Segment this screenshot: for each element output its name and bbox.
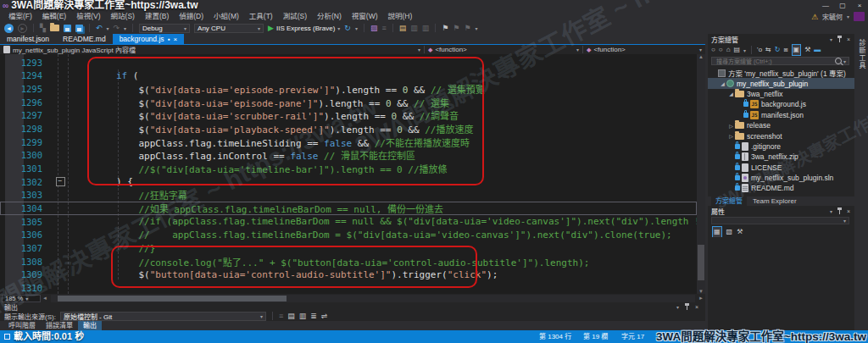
word-wrap-icon[interactable]: ⇌ [321,310,328,322]
menu-item-11[interactable]: 視窗(W) [347,11,383,22]
tree-item-background.js[interactable]: background.js [708,99,854,109]
undo-dropdown-icon[interactable]: ▾ [106,25,108,31]
code-line-1300[interactable]: 1300 appClass.flag.inControl == false //… [0,149,697,163]
pin-icon[interactable] [837,36,843,42]
code-line-1297[interactable]: 1297 $("div[data-uia='scrubber-rail']").… [0,109,697,123]
chevron-down-icon[interactable]: ▾ [699,47,702,53]
chevron-down-icon[interactable]: ▾ [743,47,746,53]
code-line-1309[interactable]: 1309 $("button[data-uia='control-audio-s… [0,268,697,282]
find-in-files-icon[interactable]: ▤ [399,22,407,34]
tree-item-README.md[interactable]: README.md [708,183,854,193]
goto-next-message-icon[interactable]: ▥ [299,310,307,322]
collapsed-arrow-icon[interactable]: ▷ [727,133,735,139]
pin-icon[interactable] [837,207,843,214]
code-line-1301[interactable]: 1301 //$("div[data-uia='timeline-bar']")… [0,162,697,175]
collapsed-arrow-icon[interactable]: ▷ [727,123,735,129]
refresh-icon[interactable]: ↻ [775,45,781,55]
scrollbar-thumb[interactable] [698,245,704,280]
collapse-all-icon[interactable]: ⧈ [784,45,788,55]
menu-item-12[interactable]: 說明(H) [383,11,418,22]
code-line-1298[interactable]: 1298 $("div[data-uia='playback-speed']")… [0,122,697,136]
solution-explorer-header[interactable]: 方案總管 ▾ × [708,34,854,44]
tree-item-3wa_netflix.zip[interactable]: 3wa_netflix.zip [708,152,854,162]
goto-previous-message-icon[interactable]: ▤ [287,310,295,322]
new-project-icon[interactable]: ▚ [40,22,46,34]
scroll-left-icon[interactable]: ◄ [41,296,49,301]
tree-item-方案 'my_netflix_sub_plugin' (1 專案)[interactable]: 方案 'my_netflix_sub_plugin' (1 專案) [708,68,854,78]
navbar-type-scope[interactable]: ◆ <function> ▾ [425,46,582,53]
window-position-icon[interactable]: ▾ [676,304,679,310]
chevron-down-icon[interactable]: ▾ [576,47,579,53]
run-dropdown-icon[interactable]: ▾ [337,25,340,31]
platform-dropdown[interactable]: Any CPU▾ [194,24,264,33]
tree-item-release[interactable]: ▷release [708,120,854,130]
close-panel-icon[interactable]: × [847,36,850,42]
chevron-down-icon[interactable]: ▾ [418,47,420,53]
pin-icon[interactable] [684,303,690,310]
code-line-1294[interactable]: 1294 if ( [0,69,697,83]
output-source-dropdown[interactable]: 原始檔控制 - Git ▾ [60,312,266,321]
chevron-down-icon[interactable]: ▾ [843,58,846,64]
redo-icon[interactable]: ↷ [113,22,120,34]
code-line-1302[interactable]: 1302− ) { [0,175,697,189]
scrollbar-thumb[interactable] [58,296,287,302]
tab-solution-explorer[interactable]: 方案總管 [711,196,747,206]
close-tab-icon[interactable]: × [174,36,178,43]
warning-icon[interactable]: ⚠ [811,13,818,21]
menu-item-7[interactable]: 小組(M) [209,11,244,22]
switch-views-icon[interactable]: ▤ [734,45,741,55]
show-all-files-icon[interactable]: ▣ [792,44,802,56]
browser-link-icon[interactable]: ▨ [370,22,378,34]
fold-collapse-icon[interactable]: − [56,177,65,186]
tree-item-LICENSE[interactable]: LICENSE [708,163,854,173]
scroll-up-icon[interactable]: ▲ [697,54,705,59]
navbar-file-scope[interactable]: my_netflix_sub_plugin JavaScript 內容檔 ▾ [0,45,424,54]
tab-呼叫階層[interactable]: 呼叫階層 [3,321,41,330]
expanded-arrow-icon[interactable]: ◢ [727,91,735,97]
refresh-dropdown-icon[interactable]: ▾ [355,25,358,31]
properties-header[interactable]: 屬性 ▾ × [708,206,854,216]
undo-icon[interactable]: ↶ [96,22,103,34]
tree-item-my_netflix_sub_plugin[interactable]: ◢my_netflix_sub_plugin [708,78,854,88]
tab-team-explorer[interactable]: Team Explorer [748,196,801,206]
editor-vertical-scrollbar[interactable]: ▲ ▼ [697,54,705,294]
code-line-1293[interactable]: 1293 [0,56,697,69]
status-line[interactable]: 第 1304 行 [539,330,571,343]
tree-item-.gitignore[interactable]: .gitignore [708,141,854,152]
menu-item-6[interactable]: 偵錯(D) [174,11,209,22]
menu-item-1[interactable]: 檔案(F) [3,11,37,22]
user-name[interactable]: 宋毓何 [822,12,843,21]
clear-all-icon[interactable]: ≣ [310,310,317,322]
status-insert-mode[interactable]: INS [678,330,689,343]
tab-錯誤清單[interactable]: 錯誤清單 [41,321,78,330]
menu-item-2[interactable]: 編輯(E) [37,11,71,22]
preview-selected-icon[interactable]: ▬ [814,45,821,55]
navigate-forward-button[interactable]: ► [18,24,27,33]
home-icon[interactable]: ⌂ [726,45,731,55]
tree-item-my_netflix_sub_plugin.sln[interactable]: my_netflix_sub_plugin.sln [708,173,854,183]
code-line-1303[interactable]: 1303 //狂點字幕 [0,189,697,202]
minimize-button[interactable]: — [817,0,834,11]
toolbar-misc-icon[interactable]: ≡ [381,22,386,34]
menu-item-5[interactable]: 建置(B) [140,11,174,22]
close-panel-icon[interactable]: × [695,304,698,310]
zoom-level-dropdown[interactable]: 185 % ▾ [2,295,41,302]
forward-icon[interactable]: ○ [719,45,723,55]
fold-collapse-control[interactable]: − [49,177,71,186]
menu-item-8[interactable]: 工具(T) [244,11,278,22]
find-message-icon[interactable]: ≡ [279,310,283,322]
solution-search-input[interactable] [715,58,835,65]
save-icon[interactable] [64,25,71,32]
tab-background.js[interactable]: background.js●× [113,34,185,44]
close-button[interactable]: × [851,0,868,11]
menu-item-3[interactable]: 檢視(V) [71,11,105,22]
tree-item-3wa_netflix[interactable]: ◢3wa_netflix [708,89,854,99]
status-char[interactable]: 字元 17 [621,330,644,343]
menu-item-9[interactable]: 測試(S) [278,11,312,22]
window-position-icon[interactable]: ▾ [830,208,832,214]
autohide-tab-diagnostic-tools[interactable]: 診斷工具 [857,39,866,69]
code-editor[interactable]: 12931294 if (1295 $("div[data-uia='episo… [0,54,697,294]
restore-button[interactable]: ▢ [834,0,851,11]
property-pages-wrench-icon[interactable]: ⚒ [737,227,743,237]
bookmark-dropdown-icon[interactable]: ▾ [475,25,477,31]
